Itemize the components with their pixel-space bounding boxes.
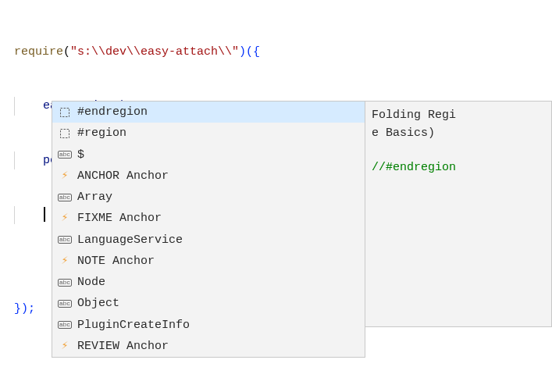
token-function: require: [14, 45, 63, 59]
suggestion-item[interactable]: ⚡ANCHOR Anchor: [52, 166, 365, 187]
suggestion-label: FIXME Anchor: [77, 209, 360, 227]
detail-comment: //#endregion: [372, 159, 545, 176]
suggestion-label: REVIEW Anchor: [77, 337, 360, 355]
suggestion-item[interactable]: abcObject: [52, 293, 365, 314]
suggestion-detail-pane: Folding Regi e Basics) //#endregion: [365, 101, 552, 327]
suggestion-item[interactable]: abcPluginCreateInfo: [52, 315, 365, 336]
code-line-1: require("s:\\dev\\easy-attach\\")({: [14, 43, 552, 61]
detail-line-2: e Basics): [372, 124, 545, 142]
event-icon: ⚡: [59, 340, 71, 352]
event-icon: ⚡: [59, 212, 71, 225]
keyword-icon: abc: [59, 148, 71, 161]
token-string: "s:\\dev\\easy-attach\\": [70, 45, 239, 59]
keyword-icon: abc: [59, 276, 71, 289]
svg-rect-1: [61, 129, 69, 137]
suggestion-popup[interactable]: #endregion#regionabc$⚡ANCHOR AnchorabcAr…: [52, 101, 365, 358]
suggestion-label: $: [77, 146, 360, 164]
keyword-icon: abc: [59, 191, 71, 204]
suggestion-item[interactable]: #region: [52, 123, 365, 144]
keyword-icon: abc: [59, 298, 71, 310]
suggestion-label: Node: [77, 273, 360, 291]
event-icon: ⚡: [59, 255, 71, 267]
keyword-icon: abc: [59, 319, 71, 331]
suggestion-label: ANCHOR Anchor: [77, 167, 360, 185]
suggestion-item[interactable]: ⚡FIXME Anchor: [52, 208, 365, 229]
suggestion-item[interactable]: abcNode: [52, 272, 365, 293]
snippet-icon: [59, 127, 71, 140]
suggestion-label: #endregion: [77, 103, 360, 121]
event-icon: ⚡: [59, 169, 71, 182]
suggestion-label: NOTE Anchor: [77, 252, 360, 270]
suggestion-item[interactable]: abc$: [52, 144, 365, 166]
suggestion-item[interactable]: #endregion: [52, 102, 365, 123]
token-punc: )({: [239, 45, 260, 59]
suggestion-item[interactable]: ⚡NOTE Anchor: [52, 251, 365, 272]
text-cursor: [44, 207, 45, 222]
keyword-icon: abc: [59, 233, 71, 246]
suggestion-label: Object: [77, 294, 360, 312]
suggestion-item[interactable]: abcLanguageService: [52, 230, 365, 251]
suggestion-item[interactable]: ⚡REVIEW Anchor: [52, 336, 365, 357]
suggestion-label: Array: [77, 188, 360, 206]
snippet-icon: [59, 106, 71, 119]
suggestion-item[interactable]: abcArray: [52, 187, 365, 208]
suggestion-label: #region: [77, 124, 360, 142]
suggestion-label: PluginCreateInfo: [77, 316, 360, 334]
detail-line-1: Folding Regi: [372, 106, 545, 124]
svg-rect-0: [61, 108, 69, 116]
suggestion-label: LanguageService: [77, 231, 360, 249]
